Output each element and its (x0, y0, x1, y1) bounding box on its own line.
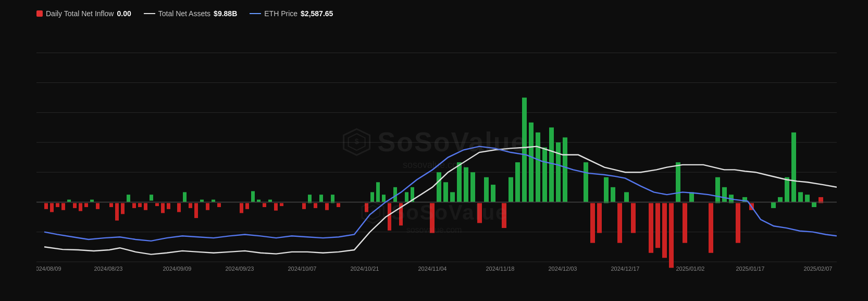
inflow-legend-label: Daily Total Net Inflow (46, 9, 114, 18)
svg-text:2024/11/04: 2024/11/04 (418, 266, 447, 272)
svg-rect-119 (617, 203, 622, 243)
svg-text:2024/10/07: 2024/10/07 (288, 266, 317, 272)
svg-rect-46 (73, 203, 77, 208)
svg-rect-50 (96, 203, 100, 209)
svg-rect-105 (509, 177, 513, 202)
eth-legend-value: $2,587.65 (301, 9, 333, 18)
svg-rect-78 (302, 203, 306, 209)
svg-text:2024/11/18: 2024/11/18 (486, 266, 515, 272)
svg-rect-137 (778, 197, 783, 202)
svg-rect-102 (484, 177, 489, 202)
svg-rect-86 (370, 192, 374, 202)
svg-rect-110 (542, 148, 547, 202)
svg-text:2024/08/23: 2024/08/23 (94, 266, 123, 272)
svg-rect-52 (115, 203, 119, 220)
svg-rect-103 (491, 185, 495, 202)
svg-text:2025/02/07: 2025/02/07 (804, 266, 833, 272)
svg-rect-84 (337, 203, 340, 207)
svg-rect-111 (549, 127, 554, 202)
svg-rect-56 (138, 203, 142, 207)
svg-text:2024/09/23: 2024/09/23 (226, 266, 254, 272)
svg-rect-107 (522, 98, 527, 202)
svg-rect-106 (515, 162, 520, 202)
svg-rect-101 (477, 203, 482, 223)
svg-text:2024/10/21: 2024/10/21 (351, 266, 379, 272)
svg-rect-65 (194, 203, 198, 218)
svg-rect-69 (217, 203, 221, 207)
svg-rect-124 (662, 203, 667, 258)
svg-rect-76 (274, 203, 278, 210)
svg-rect-87 (376, 182, 380, 202)
svg-rect-95 (437, 172, 441, 202)
svg-text:2024/12/17: 2024/12/17 (611, 266, 640, 272)
svg-text:2024/12/03: 2024/12/03 (549, 266, 577, 272)
svg-rect-89 (388, 203, 391, 230)
svg-rect-115 (590, 203, 595, 243)
svg-rect-85 (365, 203, 368, 212)
svg-rect-116 (597, 203, 602, 233)
svg-rect-71 (245, 203, 249, 209)
svg-rect-62 (177, 203, 181, 212)
svg-rect-141 (805, 195, 810, 202)
svg-text:2024/09/09: 2024/09/09 (163, 266, 192, 272)
svg-rect-97 (450, 192, 455, 202)
svg-rect-133 (736, 203, 740, 243)
svg-text:2024/08/09: 2024/08/09 (36, 266, 61, 272)
svg-rect-70 (240, 203, 243, 213)
svg-rect-92 (405, 192, 408, 202)
inflow-legend-value: 0.00 (117, 9, 131, 18)
svg-rect-81 (319, 195, 323, 202)
svg-rect-58 (150, 195, 153, 200)
svg-rect-126 (676, 162, 680, 202)
svg-rect-112 (556, 142, 561, 202)
svg-rect-80 (314, 203, 317, 208)
svg-rect-118 (611, 187, 615, 202)
svg-rect-99 (464, 167, 468, 202)
svg-rect-128 (689, 192, 694, 202)
svg-rect-72 (251, 191, 255, 202)
svg-rect-48 (84, 203, 88, 207)
assets-legend-value: $9.88B (214, 9, 237, 18)
svg-rect-100 (470, 172, 475, 202)
svg-rect-82 (325, 203, 329, 210)
svg-rect-140 (798, 192, 803, 202)
svg-rect-61 (167, 203, 170, 209)
svg-rect-129 (709, 203, 713, 252)
svg-rect-130 (715, 177, 720, 203)
svg-text:2025/01/17: 2025/01/17 (736, 266, 765, 272)
svg-rect-94 (430, 203, 435, 233)
assets-legend-label: Total Net Assets (158, 9, 210, 18)
svg-rect-55 (132, 203, 136, 208)
svg-rect-98 (457, 162, 462, 202)
svg-rect-96 (443, 182, 448, 202)
svg-rect-44 (61, 203, 65, 210)
eth-legend-icon (250, 13, 261, 14)
eth-legend-label: ETH Price (264, 9, 297, 18)
svg-rect-67 (206, 203, 209, 210)
svg-rect-117 (604, 177, 609, 203)
svg-rect-121 (631, 203, 636, 233)
svg-rect-122 (649, 203, 653, 252)
svg-rect-47 (79, 203, 82, 211)
svg-rect-43 (56, 203, 59, 207)
svg-rect-74 (263, 203, 266, 207)
svg-rect-77 (280, 203, 283, 206)
chart-container: Daily Total Net Inflow 0.00 Total Net As… (0, 0, 868, 301)
inflow-legend-item: Daily Total Net Inflow 0.00 (36, 9, 131, 18)
svg-rect-63 (183, 192, 187, 202)
svg-rect-108 (529, 123, 534, 202)
svg-text:2025/01/02: 2025/01/02 (676, 266, 705, 272)
svg-rect-138 (785, 177, 789, 202)
svg-rect-114 (584, 162, 588, 202)
svg-rect-51 (109, 203, 113, 207)
svg-rect-42 (50, 203, 54, 212)
svg-rect-104 (502, 203, 506, 228)
svg-rect-142 (812, 202, 816, 207)
svg-rect-125 (669, 203, 674, 268)
svg-rect-64 (189, 203, 192, 208)
svg-rect-41 (44, 203, 48, 209)
svg-rect-59 (155, 203, 159, 206)
svg-rect-88 (382, 195, 386, 202)
svg-rect-109 (536, 133, 540, 202)
svg-rect-57 (144, 203, 147, 210)
